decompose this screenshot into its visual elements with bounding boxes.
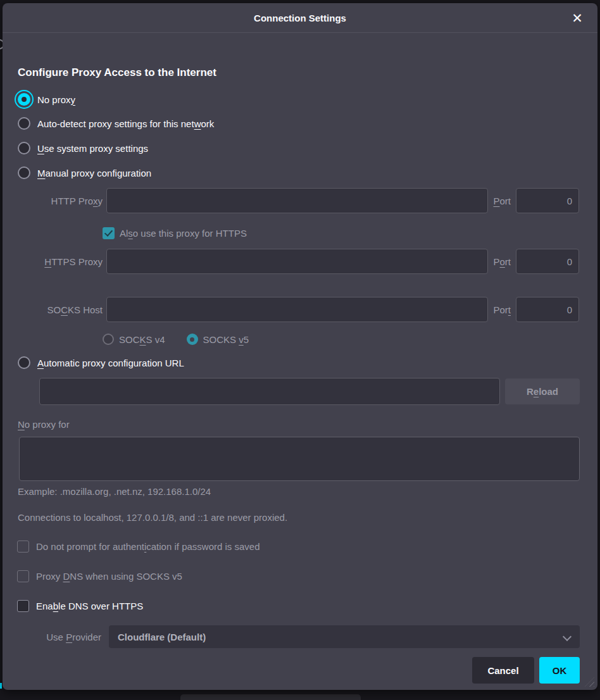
- radio-auto-url[interactable]: Automatic proxy configuration URL: [18, 355, 184, 370]
- checkbox-icon: [17, 570, 29, 582]
- connection-settings-dialog: Connection Settings ✕ Configure Proxy Ac…: [3, 3, 597, 690]
- no-proxy-for-label: No proxy for: [18, 419, 70, 430]
- background-element: [180, 694, 361, 700]
- provider-selected-value: Cloudflare (Default): [118, 632, 206, 642]
- http-port-input[interactable]: [516, 188, 579, 213]
- https-port-label: Port: [493, 256, 511, 267]
- provider-dropdown[interactable]: Cloudflare (Default): [109, 625, 580, 648]
- checkbox-enable-doh[interactable]: Enable DNS over HTTPS: [17, 598, 143, 613]
- background-peek-accent: [0, 683, 2, 689]
- never-proxied-note: Connections to localhost, 127.0.0.1/8, a…: [18, 512, 287, 523]
- page-title: Configure Proxy Access to the Internet: [18, 66, 216, 79]
- use-provider-label: Use Provider: [18, 632, 101, 642]
- https-port-input[interactable]: [516, 249, 579, 274]
- cancel-button[interactable]: Cancel: [472, 657, 534, 684]
- http-port-label: Port: [493, 196, 511, 206]
- checkbox-proxy-dns[interactable]: Proxy DNS when using SOCKS v5: [17, 568, 182, 584]
- dialog-titlebar: Connection Settings ✕: [3, 3, 597, 33]
- https-proxy-input[interactable]: [106, 249, 488, 274]
- radio-label: SOCKS v5: [203, 334, 249, 345]
- dialog-button-row: Cancel OK: [472, 657, 580, 684]
- radio-no-proxy[interactable]: No proxy: [18, 92, 75, 107]
- checkbox-label: Enable DNS over HTTPS: [36, 601, 143, 611]
- socks-host-row: SOCKS Host Port: [18, 297, 579, 322]
- socks-port-input[interactable]: [516, 297, 579, 322]
- socks-host-label: SOCKS Host: [18, 304, 103, 315]
- pac-row: Reload: [39, 378, 580, 405]
- checkbox-share-proxy[interactable]: Also use this proxy for HTTPS: [103, 225, 247, 241]
- radio-label: Auto-detect proxy settings for this netw…: [37, 118, 214, 129]
- checkbox-icon: [103, 227, 115, 239]
- ok-button[interactable]: OK: [539, 657, 580, 684]
- close-icon[interactable]: ✕: [566, 3, 588, 33]
- radio-label: SOCKS v4: [119, 334, 165, 345]
- chevron-down-icon: [563, 633, 571, 641]
- http-proxy-label: HTTP Proxy: [18, 196, 103, 206]
- checkbox-icon: [17, 600, 29, 612]
- pac-url-input[interactable]: [39, 378, 500, 405]
- radio-label: No proxy: [37, 94, 75, 105]
- radio-socks-v4[interactable]: SOCKS v4: [103, 334, 165, 345]
- checkbox-icon: [17, 541, 29, 553]
- socks-version-row: SOCKS v4 SOCKS v5: [103, 332, 249, 347]
- checkbox-label: Also use this proxy for HTTPS: [120, 228, 247, 239]
- radio-icon: [18, 93, 30, 106]
- radio-use-system[interactable]: Use system proxy settings: [18, 141, 148, 156]
- socks-port-label: Port: [493, 304, 511, 315]
- radio-icon: [187, 334, 198, 345]
- dialog-title: Connection Settings: [254, 13, 346, 23]
- radio-icon: [18, 166, 30, 179]
- radio-label: Use system proxy settings: [37, 143, 148, 154]
- radio-icon: [103, 334, 114, 345]
- http-proxy-row: HTTP Proxy Port: [18, 188, 579, 213]
- reload-button[interactable]: Reload: [505, 378, 580, 404]
- radio-manual[interactable]: Manual proxy configuration: [18, 165, 151, 180]
- radio-socks-v5[interactable]: SOCKS v5: [187, 334, 249, 345]
- no-proxy-example-text: Example: .mozilla.org, .net.nz, 192.168.…: [18, 486, 211, 497]
- checkbox-label: Proxy DNS when using SOCKS v5: [36, 571, 182, 582]
- socks-host-input[interactable]: [106, 297, 488, 322]
- resize-handle-icon[interactable]: [585, 677, 594, 687]
- no-proxy-for-textarea[interactable]: [19, 437, 580, 481]
- radio-icon: [18, 142, 30, 154]
- radio-auto-detect[interactable]: Auto-detect proxy settings for this netw…: [18, 116, 214, 131]
- radio-icon: [18, 356, 30, 369]
- https-proxy-row: HTTPS Proxy Port: [18, 249, 579, 274]
- https-proxy-label: HTTPS Proxy: [18, 256, 103, 267]
- radio-icon: [18, 117, 30, 130]
- checkbox-label: Do not prompt for authentication if pass…: [36, 541, 260, 552]
- http-proxy-input[interactable]: [106, 188, 488, 213]
- radio-label: Manual proxy configuration: [37, 168, 151, 178]
- checkbox-no-prompt-auth[interactable]: Do not prompt for authentication if pass…: [17, 539, 260, 554]
- radio-label: Automatic proxy configuration URL: [37, 358, 184, 368]
- doh-provider-row: Use Provider Cloudflare (Default): [18, 625, 580, 648]
